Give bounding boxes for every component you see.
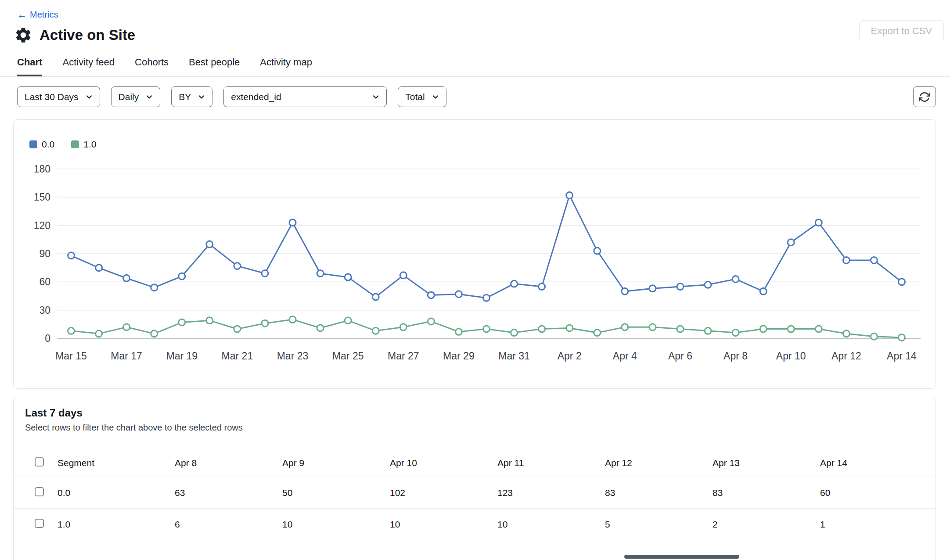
- row-checkbox[interactable]: [35, 519, 44, 528]
- value-cell: 5: [605, 509, 712, 540]
- date-range-value: Last 30 Days: [25, 92, 79, 102]
- aggregation-select[interactable]: Total: [398, 86, 446, 107]
- value-cell: 60: [820, 477, 936, 509]
- svg-text:Mar 27: Mar 27: [388, 350, 419, 362]
- col-header-apr-12: Apr 12: [605, 449, 712, 477]
- back-link-label: Metrics: [30, 10, 58, 20]
- svg-text:Mar 23: Mar 23: [277, 350, 309, 362]
- col-header-apr-9: Apr 9: [282, 449, 390, 477]
- value-cell: 102: [390, 477, 497, 509]
- chevron-down-icon: [85, 93, 94, 101]
- chevron-down-icon: [197, 93, 206, 101]
- refresh-button[interactable]: [913, 86, 936, 107]
- legend-swatch: [29, 140, 37, 148]
- value-cell: 6: [175, 509, 282, 540]
- segment-cell: 0.0: [58, 477, 175, 509]
- row-checkbox[interactable]: [35, 487, 44, 496]
- svg-text:180: 180: [34, 163, 50, 175]
- legend-item-1.0[interactable]: 1.0: [71, 139, 96, 150]
- svg-text:30: 30: [39, 305, 50, 316]
- legend-item-0.0[interactable]: 0.0: [29, 139, 54, 150]
- svg-text:0: 0: [45, 333, 50, 344]
- chart-legend: 0.01.0: [14, 120, 936, 150]
- filter-bar: Last 30 Days Daily BY extended_id Total: [17, 86, 936, 107]
- table-title: Last 7 days: [25, 407, 936, 419]
- last-7-days-card: Last 7 days Select rows to filter the ch…: [13, 397, 936, 560]
- col-header-segment: Segment: [58, 449, 175, 477]
- tab-activity-feed[interactable]: Activity feed: [62, 57, 115, 76]
- chevron-down-icon: [431, 93, 440, 101]
- chevron-down-icon: [371, 93, 380, 101]
- value-cell: 123: [497, 477, 605, 509]
- by-label: BY: [179, 92, 191, 102]
- svg-text:Mar 31: Mar 31: [498, 350, 530, 362]
- segment-cell: 1.0: [58, 509, 175, 540]
- by-select[interactable]: BY: [171, 86, 212, 107]
- by-property-select[interactable]: extended_id: [223, 86, 387, 107]
- refresh-icon: [919, 91, 930, 103]
- chart-card: 0.01.0 0306090120150180Mar 15Mar 17Mar 1…: [13, 119, 936, 389]
- value-cell: 2: [712, 509, 820, 540]
- svg-text:Mar 17: Mar 17: [111, 350, 142, 362]
- select-all-cell: [14, 449, 58, 477]
- value-cell: 83: [712, 477, 820, 509]
- by-property-value: extended_id: [231, 92, 281, 102]
- svg-text:Apr 12: Apr 12: [831, 350, 861, 362]
- svg-text:Mar 29: Mar 29: [443, 350, 475, 362]
- svg-text:Apr 8: Apr 8: [723, 350, 748, 362]
- granularity-select[interactable]: Daily: [111, 86, 161, 107]
- svg-text:Apr 4: Apr 4: [613, 350, 637, 362]
- tab-bar: ChartActivity feedCohortsBest peopleActi…: [0, 57, 950, 77]
- tab-activity-map[interactable]: Activity map: [260, 57, 312, 76]
- col-header-apr-14: Apr 14: [820, 449, 936, 477]
- svg-text:Apr 10: Apr 10: [776, 350, 806, 362]
- col-header-apr-10: Apr 10: [390, 449, 497, 477]
- svg-text:Mar 19: Mar 19: [166, 350, 198, 362]
- horizontal-scrollbar-thumb[interactable]: [624, 555, 739, 559]
- gear-icon: [14, 26, 32, 44]
- legend-label: 1.0: [83, 139, 96, 150]
- chevron-down-icon: [145, 93, 154, 101]
- svg-text:Mar 15: Mar 15: [55, 350, 87, 362]
- table-header-row: SegmentApr 8Apr 9Apr 10Apr 11Apr 12Apr 1…: [14, 449, 936, 477]
- value-cell: 50: [282, 477, 390, 509]
- svg-text:60: 60: [39, 276, 50, 287]
- granularity-value: Daily: [119, 92, 139, 102]
- tab-cohorts[interactable]: Cohorts: [135, 57, 169, 76]
- segments-table: SegmentApr 8Apr 9Apr 10Apr 11Apr 12Apr 1…: [14, 449, 936, 540]
- col-header-apr-13: Apr 13: [712, 449, 820, 477]
- tab-chart[interactable]: Chart: [17, 57, 42, 76]
- value-cell: 1: [820, 509, 936, 540]
- value-cell: 63: [175, 477, 282, 509]
- tab-best-people[interactable]: Best people: [189, 57, 240, 76]
- svg-text:120: 120: [34, 220, 50, 231]
- page-title: Active on Site: [40, 27, 135, 43]
- svg-text:150: 150: [34, 191, 50, 203]
- col-header-apr-11: Apr 11: [497, 449, 605, 477]
- col-header-apr-8: Apr 8: [175, 449, 282, 477]
- legend-label: 0.0: [42, 139, 54, 150]
- select-all-checkbox[interactable]: [35, 457, 44, 467]
- table-row-segment-0.0[interactable]: 0.06350102123838360: [14, 477, 936, 509]
- value-cell: 10: [497, 509, 605, 540]
- svg-text:Apr 2: Apr 2: [558, 350, 582, 362]
- table-subtitle: Select rows to filter the chart above to…: [25, 423, 936, 433]
- header: ← Metrics Active on Site Export to CSV: [0, 0, 950, 44]
- export-csv-button[interactable]: Export to CSV: [859, 20, 944, 42]
- legend-swatch: [71, 140, 79, 148]
- value-cell: 83: [605, 477, 712, 509]
- svg-text:Mar 25: Mar 25: [332, 350, 364, 362]
- table-row-segment-1.0[interactable]: 1.06101010521: [14, 509, 936, 540]
- svg-text:Apr 14: Apr 14: [887, 350, 917, 362]
- aggregation-value: Total: [405, 92, 425, 102]
- left-arrow-icon: ←: [17, 10, 27, 20]
- back-link[interactable]: ← Metrics: [17, 10, 58, 20]
- date-range-select[interactable]: Last 30 Days: [17, 86, 100, 107]
- line-chart: 0306090120150180Mar 15Mar 17Mar 19Mar 21…: [14, 156, 936, 381]
- svg-text:Apr 6: Apr 6: [668, 350, 692, 362]
- svg-text:90: 90: [39, 248, 50, 259]
- value-cell: 10: [390, 509, 497, 540]
- value-cell: 10: [282, 509, 390, 540]
- svg-text:Mar 21: Mar 21: [222, 350, 253, 362]
